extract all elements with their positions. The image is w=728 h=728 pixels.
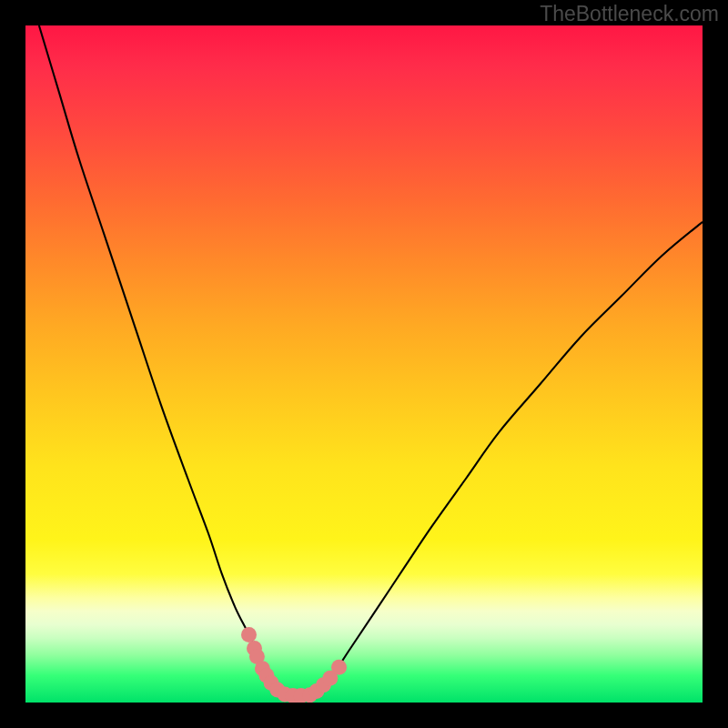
data-point <box>331 660 347 675</box>
data-points-group <box>241 627 347 703</box>
chart-frame: TheBottleneck.com <box>0 0 728 728</box>
watermark-text: TheBottleneck.com <box>540 2 719 26</box>
data-point <box>241 627 257 642</box>
bottleneck-curve <box>39 25 703 696</box>
bottleneck-chart-svg <box>25 25 703 703</box>
chart-plot-area <box>25 25 703 703</box>
